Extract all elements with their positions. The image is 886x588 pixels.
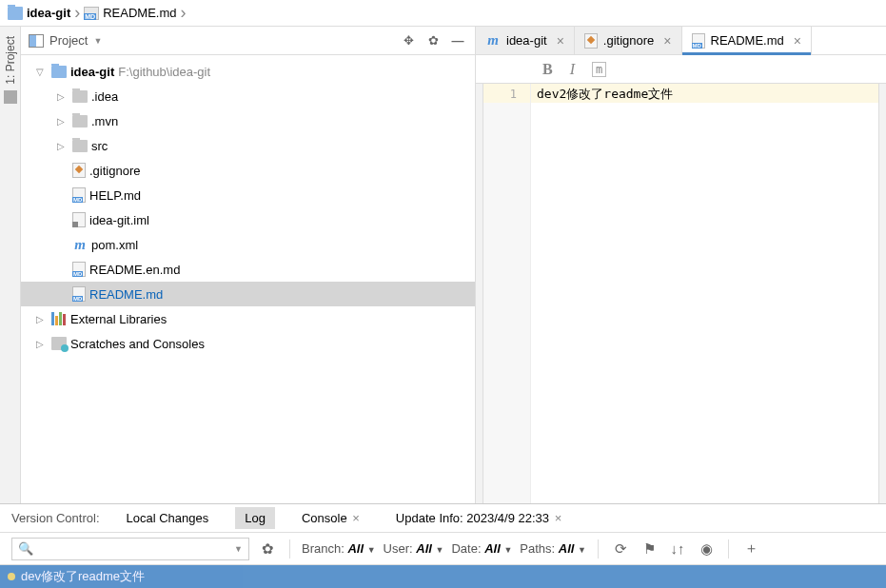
folder-icon: [72, 115, 88, 127]
branch-filter[interactable]: Branch: All ▼: [302, 541, 376, 556]
chevron-down-icon[interactable]: ▼: [93, 36, 102, 46]
markdown-file-icon: [72, 262, 86, 277]
tree-file-pom[interactable]: m pom.xml: [21, 232, 475, 257]
splitter-left[interactable]: [476, 84, 483, 503]
project-tree: ▽ idea-gitF:\github\idea-git ▷ .idea ▷ .…: [21, 55, 475, 503]
close-icon[interactable]: ×: [551, 511, 561, 525]
collapse-icon[interactable]: —: [448, 31, 467, 50]
tree-external-libs[interactable]: ▷ External Libraries: [21, 306, 475, 331]
tree-file-gitignore[interactable]: .gitignore: [21, 158, 475, 183]
tab-gitignore[interactable]: .gitignore ×: [575, 27, 682, 54]
tree-file-readme[interactable]: README.md: [21, 282, 475, 306]
intellisort-icon[interactable]: ↓↑: [667, 539, 688, 559]
project-pane: Project ▼ ✥ ✿ — ▽ idea-gitF:\github\idea…: [21, 27, 476, 503]
vc-filter-row: 🔍 ▼ ✿ Branch: All ▼ User: All ▼ Date: Al…: [0, 533, 886, 565]
editor-pane: m idea-git × .gitignore × README.md × B …: [476, 27, 886, 503]
tree-root-label: idea-git: [70, 65, 114, 79]
tree-item-label: src: [91, 139, 108, 153]
gear-icon[interactable]: ✿: [257, 539, 278, 559]
tree-file-readme-en[interactable]: README.en.md: [21, 257, 475, 282]
breadcrumb-file-label: README.md: [103, 6, 176, 20]
chevron-right-icon[interactable]: ▷: [53, 141, 69, 151]
tab-log[interactable]: Log: [235, 507, 275, 529]
tree-file-iml[interactable]: idea-git.iml: [21, 207, 475, 232]
editor-tabs: m idea-git × .gitignore × README.md ×: [476, 27, 886, 55]
tree-item-label: idea-git.iml: [89, 213, 149, 227]
close-icon[interactable]: ×: [663, 33, 671, 49]
search-field[interactable]: [37, 542, 230, 556]
gitignore-file-icon: [584, 33, 598, 49]
refresh-icon[interactable]: ⟳: [610, 539, 631, 559]
commit-message: dev修改了readme文件: [21, 568, 145, 585]
module-folder-icon: [51, 66, 67, 78]
breadcrumb-file[interactable]: README.md: [82, 6, 178, 20]
bold-button[interactable]: B: [542, 61, 553, 78]
tree-item-label: HELP.md: [89, 188, 141, 203]
code-line: dev2修改了readme文件: [531, 84, 878, 103]
locate-icon[interactable]: ✥: [399, 31, 418, 50]
chevron-right-icon[interactable]: ▷: [32, 314, 48, 324]
tree-item-label: External Libraries: [70, 312, 167, 326]
line-number: 1: [483, 84, 530, 103]
project-title[interactable]: Project: [49, 33, 88, 48]
code-button[interactable]: m: [592, 62, 606, 77]
paths-filter[interactable]: Paths: All ▼: [520, 541, 586, 556]
tool-placeholder-icon[interactable]: [4, 90, 17, 104]
close-icon[interactable]: ×: [557, 33, 564, 49]
gear-icon[interactable]: ✿: [423, 31, 443, 50]
bottom-panel: Version Control: Local Changes Log Conso…: [0, 503, 886, 588]
tab-idea-git[interactable]: m idea-git ×: [476, 27, 575, 54]
chevron-down-icon[interactable]: ▽: [32, 67, 48, 77]
maven-file-icon: m: [485, 33, 501, 49]
chevron-right-icon[interactable]: ▷: [32, 339, 48, 349]
commit-dot-icon: [8, 573, 15, 580]
breadcrumb: idea-git › README.md ›: [0, 0, 886, 27]
date-filter[interactable]: Date: All ▼: [451, 541, 512, 556]
tree-item-label: README.md: [89, 287, 163, 302]
breadcrumb-root[interactable]: idea-git: [6, 6, 72, 20]
tab-label: README.md: [711, 33, 784, 48]
search-icon: 🔍: [18, 541, 33, 556]
eye-icon[interactable]: ◉: [696, 539, 717, 559]
tree-folder-idea[interactable]: ▷ .idea: [21, 84, 475, 108]
tab-update-info[interactable]: Update Info: 2023/4/9 22:33 ×: [386, 507, 571, 529]
commit-row[interactable]: dev修改了readme文件: [0, 565, 886, 588]
cherry-pick-icon[interactable]: ⚑: [639, 539, 660, 559]
markdown-file-icon: [72, 187, 86, 203]
code-area[interactable]: dev2修改了readme文件: [531, 84, 878, 503]
tab-local-changes[interactable]: Local Changes: [117, 507, 219, 529]
tree-file-help[interactable]: HELP.md: [21, 183, 475, 207]
chevron-right-icon[interactable]: ▷: [53, 91, 69, 102]
splitter-right[interactable]: [878, 84, 886, 503]
log-search-input[interactable]: 🔍 ▼: [11, 538, 249, 560]
close-icon[interactable]: ×: [794, 33, 801, 49]
scratches-icon: [51, 337, 67, 350]
markdown-toolbar: B I m: [476, 55, 886, 84]
chevron-down-icon[interactable]: ▼: [234, 544, 243, 554]
tab-label: idea-git: [506, 33, 547, 48]
iml-file-icon: [72, 212, 86, 227]
markdown-file-icon: [84, 7, 99, 20]
plus-icon[interactable]: ＋: [740, 539, 761, 559]
tree-folder-src[interactable]: ▷ src: [21, 133, 475, 158]
markdown-file-icon: [72, 286, 86, 302]
maven-file-icon: m: [72, 237, 88, 252]
tree-item-label: .idea: [91, 89, 118, 104]
italic-button[interactable]: I: [570, 61, 575, 78]
tree-item-label: pom.xml: [91, 238, 138, 252]
bottom-tool-tabs: Version Control: Local Changes Log Conso…: [0, 504, 886, 533]
tree-folder-mvn[interactable]: ▷ .mvn: [21, 108, 475, 133]
user-filter[interactable]: User: All ▼: [384, 541, 444, 556]
project-tool-button[interactable]: 1: Project: [4, 36, 17, 85]
gitignore-file-icon: [72, 163, 86, 178]
tree-root[interactable]: ▽ idea-gitF:\github\idea-git: [21, 59, 475, 84]
tree-scratches[interactable]: ▷ Scratches and Consoles: [21, 331, 475, 356]
close-icon[interactable]: ×: [349, 511, 360, 525]
chevron-right-icon[interactable]: ▷: [53, 116, 69, 127]
tab-readme[interactable]: README.md ×: [682, 27, 812, 54]
chevron-right-icon: ›: [181, 3, 187, 23]
left-tool-gutter: 1: Project: [0, 27, 21, 503]
tab-console[interactable]: Console ×: [292, 507, 369, 529]
folder-icon: [8, 7, 23, 20]
vc-label: Version Control:: [11, 511, 100, 525]
